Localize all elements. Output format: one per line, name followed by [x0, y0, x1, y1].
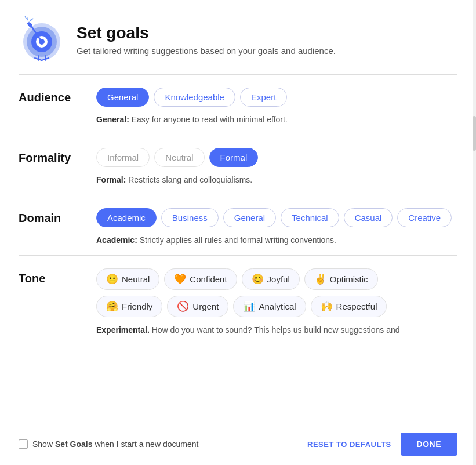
domain-business-btn[interactable]: Business	[161, 208, 219, 227]
domain-technical-btn[interactable]: Technical	[281, 208, 339, 227]
domain-desc-bold: Academic:	[96, 235, 137, 245]
tone-respectful-btn[interactable]: 🙌 Respectful	[311, 296, 387, 317]
domain-general-btn[interactable]: General	[223, 208, 276, 227]
urgent-label: Urgent	[192, 301, 219, 311]
formality-options: Informal Neutral Formal	[96, 148, 258, 167]
tone-label: Tone	[19, 268, 82, 285]
tone-desc-bold: Experimental.	[96, 325, 150, 335]
tone-analytical-btn[interactable]: 📊 Analytical	[233, 296, 306, 317]
formality-desc-text: Restricts slang and colloquialisms.	[128, 175, 252, 184]
analytical-label: Analytical	[259, 301, 296, 311]
tone-urgent-btn[interactable]: 🚫 Urgent	[167, 296, 228, 317]
domain-description: Academic: Strictly applies all rules and…	[96, 235, 452, 245]
page-title: Set goals	[77, 24, 336, 42]
tone-section: Tone 😐 Neutral 🧡 Confident 😊	[0, 256, 476, 345]
audience-section: Audience General Knowledgeable Expert Ge…	[0, 75, 476, 135]
formality-description: Formal: Restricts slang and colloquialis…	[96, 175, 258, 184]
audience-expert-btn[interactable]: Expert	[240, 88, 287, 107]
formality-section: Formality Informal Neutral Formal Formal…	[0, 135, 476, 195]
respectful-label: Respectful	[336, 301, 377, 311]
reset-defaults-button[interactable]: RESET TO DEFAULTS	[307, 440, 391, 449]
audience-desc-bold: General:	[96, 115, 129, 124]
show-goals-checkbox[interactable]	[19, 439, 28, 449]
audience-desc-text: Easy for anyone to read with minimal eff…	[132, 115, 288, 124]
audience-description: General: Easy for anyone to read with mi…	[96, 115, 288, 124]
respectful-emoji: 🙌	[321, 300, 333, 313]
confident-emoji: 🧡	[174, 273, 186, 285]
friendly-label: Friendly	[122, 301, 152, 311]
audience-knowledgeable-btn[interactable]: Knowledgeable	[154, 88, 235, 107]
tone-joyful-btn[interactable]: 😊 Joyful	[242, 268, 300, 290]
urgent-emoji: 🚫	[177, 300, 189, 313]
tone-confident-btn[interactable]: 🧡 Confident	[164, 268, 237, 290]
footer-right: RESET TO DEFAULTS DONE	[307, 433, 457, 456]
audience-general-btn[interactable]: General	[96, 88, 149, 107]
neutral-label: Neutral	[122, 274, 150, 284]
formality-label: Formality	[19, 148, 82, 165]
joyful-emoji: 😊	[252, 273, 264, 285]
footer-label-bold: Set Goals	[55, 439, 93, 449]
domain-casual-btn[interactable]: Casual	[344, 208, 393, 227]
tone-desc-text: How do you want to sound? This helps us …	[152, 325, 400, 335]
joyful-label: Joyful	[267, 274, 290, 284]
tone-friendly-btn[interactable]: 🤗 Friendly	[96, 296, 162, 317]
optimistic-label: Optimistic	[330, 274, 368, 284]
scrollbar-track	[473, 0, 476, 465]
analytical-emoji: 📊	[243, 300, 255, 313]
tone-neutral-btn[interactable]: 😐 Neutral	[96, 268, 159, 290]
footer-label-pre: Show	[32, 439, 55, 449]
domain-options: Academic Business General Technical Casu…	[96, 208, 452, 227]
tone-optimistic-btn[interactable]: ✌️ Optimistic	[304, 268, 378, 290]
modal-footer: Show Set Goals when I start a new docume…	[0, 423, 476, 465]
page-subtitle: Get tailored writing suggestions based o…	[77, 46, 336, 56]
domain-section: Domain Academic Business General Technic…	[0, 195, 476, 255]
confident-label: Confident	[190, 274, 227, 284]
neutral-emoji: 😐	[106, 273, 118, 285]
domain-creative-btn[interactable]: Creative	[397, 208, 452, 227]
audience-label: Audience	[19, 88, 82, 104]
footer-label-post: when I start a new document	[93, 439, 199, 449]
optimistic-emoji: ✌️	[314, 273, 326, 285]
formality-informal-btn[interactable]: Informal	[96, 148, 150, 167]
scrollbar-thumb[interactable]	[473, 116, 476, 151]
friendly-emoji: 🤗	[106, 300, 118, 313]
done-button[interactable]: DONE	[401, 433, 457, 456]
domain-label: Domain	[19, 208, 82, 225]
header-text: Set goals Get tailored writing suggestio…	[77, 24, 336, 56]
modal-header: Set goals Get tailored writing suggestio…	[0, 0, 476, 74]
domain-academic-btn[interactable]: Academic	[96, 208, 157, 227]
footer-checkbox-label: Show Set Goals when I start a new docume…	[32, 439, 198, 449]
formality-desc-bold: Formal:	[96, 175, 126, 184]
tone-description: Experimental. How do you want to sound? …	[96, 325, 400, 335]
tone-options-row2: 🤗 Friendly 🚫 Urgent 📊 Analytical 🙌	[96, 296, 400, 317]
tone-options-row1: 😐 Neutral 🧡 Confident 😊 Joyful ✌️	[96, 268, 400, 290]
audience-options: General Knowledgeable Expert	[96, 88, 288, 107]
footer-left: Show Set Goals when I start a new docume…	[19, 439, 198, 449]
domain-desc-text: Strictly applies all rules and formal wr…	[140, 235, 336, 245]
target-icon	[19, 16, 65, 63]
formality-neutral-btn[interactable]: Neutral	[154, 148, 204, 167]
formality-formal-btn[interactable]: Formal	[209, 148, 259, 167]
